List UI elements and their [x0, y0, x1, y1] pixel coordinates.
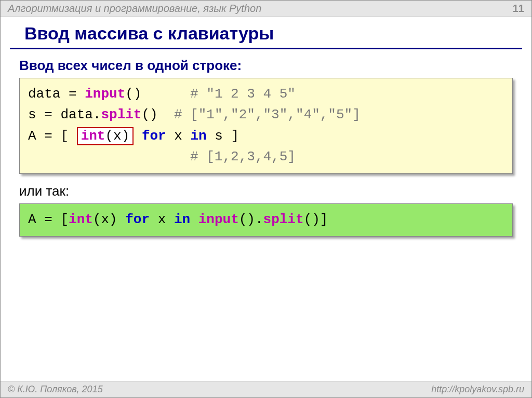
code-pad	[141, 86, 190, 102]
code-keyword: for	[125, 212, 150, 227]
code-text: split	[101, 107, 141, 122]
code-text: s	[28, 107, 36, 122]
code-block-1: data = input() # "1 2 3 4 5" s = data.sp…	[19, 78, 513, 174]
code-text: =	[36, 212, 61, 227]
code-text: int	[69, 212, 93, 227]
slide-title: Ввод массива с клавиатуры	[10, 17, 522, 49]
code-text: [	[60, 128, 76, 144]
code-comment: # ["1","2","3","4","5"]	[174, 107, 361, 122]
code-text: split	[263, 212, 304, 227]
footer-url: http://kpolyakov.spb.ru	[431, 384, 524, 395]
code-text: =	[36, 128, 61, 144]
code-comment: # "1 2 3 4 5"	[190, 86, 296, 102]
code-text	[134, 128, 142, 144]
code-text: input	[198, 212, 239, 227]
code-pad	[158, 107, 174, 122]
copyright: © К.Ю. Поляков, 2015	[8, 384, 103, 395]
page-number: 11	[513, 3, 524, 15]
highlighted-code: int(x)	[77, 127, 134, 145]
subheading-2: или так:	[19, 183, 513, 199]
code-keyword: for	[142, 128, 166, 144]
code-text: (x)	[93, 212, 125, 227]
course-name: Алгоритмизация и программирование, язык …	[8, 3, 261, 15]
code-text: ().	[239, 212, 263, 227]
code-text: ()	[141, 107, 157, 122]
code-keyword: in	[191, 128, 207, 144]
header-bar: Алгоритмизация и программирование, язык …	[1, 1, 531, 17]
code-text: ()]	[304, 212, 328, 227]
code-pad	[28, 149, 190, 164]
code-text	[190, 212, 198, 227]
code-text: x	[166, 128, 191, 144]
code-text: int	[81, 128, 105, 144]
code-text: =	[36, 107, 61, 122]
code-keyword: in	[174, 212, 190, 227]
code-comment: # [1,2,3,4,5]	[190, 149, 296, 164]
code-text: [	[60, 212, 69, 227]
code-text: =	[60, 86, 85, 102]
code-text: data.	[60, 107, 101, 122]
code-text: ()	[125, 86, 141, 102]
code-text: (x)	[105, 128, 129, 144]
slide: Алгоритмизация и программирование, язык …	[0, 0, 532, 398]
code-text: data	[28, 86, 60, 102]
code-text: input	[85, 86, 125, 102]
footer-bar: © К.Ю. Поляков, 2015 http://kpolyakov.sp…	[1, 381, 531, 397]
slide-content: Ввод всех чисел в одной строке: data = i…	[1, 49, 531, 251]
code-text: x	[150, 212, 174, 227]
subheading-1: Ввод всех чисел в одной строке:	[19, 58, 513, 74]
code-text: A	[28, 128, 36, 144]
code-block-2: A = [int(x) for x in input().split()]	[19, 203, 513, 237]
code-text: s ]	[207, 128, 239, 144]
code-text: A	[28, 212, 36, 227]
